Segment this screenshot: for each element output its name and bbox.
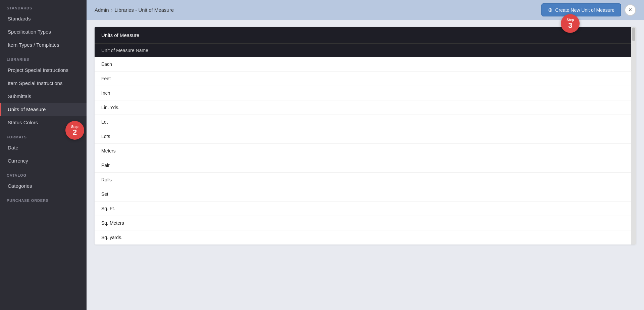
sidebar-section-purchase-orders: PURCHASE ORDERS bbox=[0, 192, 87, 205]
sidebar: STANDARDSStandardsSpecification TypesIte… bbox=[0, 0, 87, 310]
sidebar-item-label-specification-types: Specification Types bbox=[8, 29, 51, 35]
sidebar-item-label-categories: Categories bbox=[8, 183, 32, 189]
breadcrumb: Admin›Libraries - Unit of Measure bbox=[95, 7, 174, 13]
create-new-unit-button[interactable]: ⊕ Create New Unit of Measure bbox=[541, 3, 621, 16]
table-row[interactable]: Sq. Meters bbox=[95, 216, 631, 230]
sidebar-item-label-item-types-templates: Item Types / Templates bbox=[8, 42, 59, 48]
breadcrumb-part-1: Libraries - Unit of Measure bbox=[115, 7, 174, 13]
close-icon: × bbox=[629, 6, 632, 13]
sidebar-item-units-of-measure[interactable]: Units of Measure bbox=[0, 103, 87, 116]
scrollbar-thumb[interactable] bbox=[632, 28, 635, 41]
sidebar-item-label-units-of-measure: Units of Measure bbox=[8, 106, 46, 112]
sidebar-item-label-project-special-instructions: Project Special Instructions bbox=[8, 67, 68, 73]
table-wrapper: Units of Measure Unit of Measure Name Ea… bbox=[95, 27, 636, 245]
table-row[interactable]: Rolls bbox=[95, 173, 631, 187]
sidebar-item-submittals[interactable]: Submittals bbox=[0, 90, 87, 103]
sidebar-item-label-item-special-instructions: Item Special Instructions bbox=[8, 80, 62, 86]
table-body: EachFeetInchLin. Yds.LotLotsMetersPairRo… bbox=[95, 57, 631, 245]
table-row[interactable]: Pair bbox=[95, 158, 631, 173]
sidebar-item-categories[interactable]: Categories bbox=[0, 179, 87, 192]
table-row[interactable]: Set bbox=[95, 187, 631, 202]
table-row[interactable]: Feet bbox=[95, 72, 631, 86]
sidebar-item-specification-types[interactable]: Specification Types bbox=[0, 25, 87, 38]
table-title: Units of Measure bbox=[95, 27, 631, 43]
top-bar: Admin›Libraries - Unit of Measure ⊕ Crea… bbox=[87, 0, 644, 20]
table-section: Units of Measure Unit of Measure Name Ea… bbox=[95, 27, 636, 245]
breadcrumb-part-0[interactable]: Admin bbox=[95, 7, 109, 13]
top-bar-actions: ⊕ Create New Unit of Measure × bbox=[541, 3, 636, 16]
plus-circle-icon: ⊕ bbox=[548, 7, 552, 13]
table-row[interactable]: Inch bbox=[95, 86, 631, 100]
units-of-measure-table-card: Units of Measure Unit of Measure Name Ea… bbox=[95, 27, 636, 245]
sidebar-item-item-special-instructions[interactable]: Item Special Instructions bbox=[0, 77, 87, 90]
sidebar-item-label-date: Date bbox=[8, 145, 18, 150]
sidebar-section-catalog: CATALOG bbox=[0, 167, 87, 179]
sidebar-item-label-status-colors: Status Colors bbox=[8, 120, 38, 125]
table-row[interactable]: Each bbox=[95, 57, 631, 72]
sidebar-section-standards: STANDARDS bbox=[0, 0, 87, 12]
content-area: Units of Measure Unit of Measure Name Ea… bbox=[87, 20, 644, 310]
table-row[interactable]: Sq. yards. bbox=[95, 230, 631, 245]
table-column-header: Unit of Measure Name bbox=[95, 43, 631, 57]
create-button-label: Create New Unit of Measure bbox=[555, 7, 614, 13]
sidebar-item-item-types-templates[interactable]: Item Types / Templates bbox=[0, 38, 87, 51]
sidebar-item-currency[interactable]: Currency bbox=[0, 154, 87, 167]
sidebar-item-standards[interactable]: Standards bbox=[0, 12, 87, 25]
sidebar-item-project-special-instructions[interactable]: Project Special Instructions bbox=[0, 63, 87, 77]
breadcrumb-separator: › bbox=[111, 7, 113, 13]
sidebar-item-label-currency: Currency bbox=[8, 158, 28, 164]
sidebar-section-libraries: LIBRARIES bbox=[0, 51, 87, 63]
main-area: Admin›Libraries - Unit of Measure ⊕ Crea… bbox=[87, 0, 644, 310]
sidebar-item-status-colors[interactable]: Status Colors bbox=[0, 116, 87, 129]
sidebar-item-date[interactable]: Date bbox=[0, 141, 87, 154]
table-row[interactable]: Meters bbox=[95, 144, 631, 158]
close-button[interactable]: × bbox=[625, 4, 636, 16]
table-row[interactable]: Lin. Yds. bbox=[95, 100, 631, 115]
scrollbar-track[interactable] bbox=[631, 27, 636, 245]
table-row[interactable]: Lot bbox=[95, 115, 631, 129]
table-row[interactable]: Sq. Ft. bbox=[95, 202, 631, 216]
sidebar-item-label-standards: Standards bbox=[8, 16, 31, 21]
table-inner: Units of Measure Unit of Measure Name Ea… bbox=[95, 27, 631, 245]
sidebar-item-label-submittals: Submittals bbox=[8, 93, 31, 99]
sidebar-section-formats: FORMATS bbox=[0, 129, 87, 141]
table-row[interactable]: Lots bbox=[95, 129, 631, 144]
